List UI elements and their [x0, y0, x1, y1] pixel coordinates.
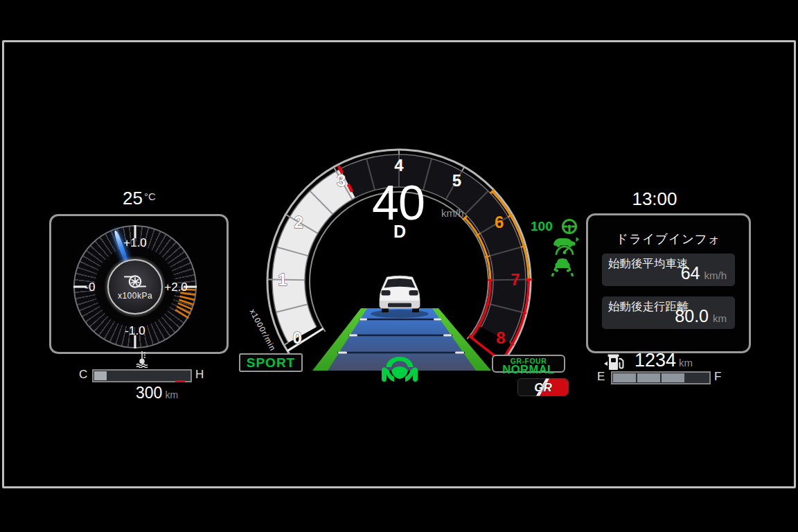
gear-indicator: D — [365, 222, 434, 242]
awd-mode-value: NORMAL — [493, 364, 564, 375]
lane-assist-steering-icon — [380, 354, 420, 389]
drive-mode-badge: SPORT — [239, 353, 303, 372]
speed-value: 40 — [343, 179, 454, 227]
svg-text:6: 6 — [495, 213, 504, 231]
svg-text:8: 8 — [496, 328, 505, 347]
svg-text:0: 0 — [292, 328, 301, 347]
svg-text:2: 2 — [294, 213, 303, 231]
svg-text:1: 1 — [278, 270, 287, 289]
svg-text:4: 4 — [394, 156, 404, 175]
gr-logo: GR — [517, 378, 569, 396]
instrument-cluster: 012345678 x1000r/min 40 km/h D 25°C 13:0… — [0, 0, 798, 532]
tachometer-dial: 012345678 — [0, 0, 798, 532]
svg-text:GR: GR — [534, 381, 552, 394]
speed-unit: km/h — [441, 207, 464, 219]
awd-mode-badge: GR-FOUR NORMAL — [492, 355, 565, 373]
svg-text:7: 7 — [511, 270, 520, 289]
